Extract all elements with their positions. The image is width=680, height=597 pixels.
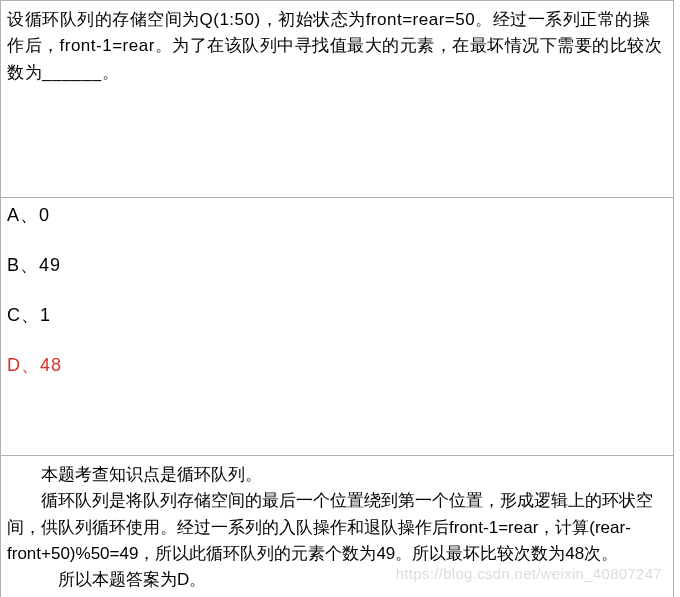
options-panel: A、0 B、49 C、1 D、48 bbox=[0, 198, 674, 456]
option-b: B、49 bbox=[7, 252, 665, 280]
question-panel: 设循环队列的存储空间为Q(1:50)，初始状态为front=rear=50。经过… bbox=[0, 0, 674, 198]
option-a: A、0 bbox=[7, 198, 665, 230]
option-c: C、1 bbox=[7, 302, 665, 330]
explanation-line-2: 循环队列是将队列存储空间的最后一个位置绕到第一个位置，形成逻辑上的环状空间，供队… bbox=[7, 488, 665, 567]
explanation-line-3: 所以本题答案为D。 bbox=[7, 567, 665, 593]
explanation-panel: 本题考查知识点是循环队列。 循环队列是将队列存储空间的最后一个位置绕到第一个位置… bbox=[0, 456, 674, 597]
explanation-line-2-text: 循环队列是将队列存储空间的最后一个位置绕到第一个位置，形成逻辑上的环状空间，供队… bbox=[7, 491, 653, 563]
explanation-line-1: 本题考查知识点是循环队列。 bbox=[7, 462, 665, 488]
question-text: 设循环队列的存储空间为Q(1:50)，初始状态为front=rear=50。经过… bbox=[7, 7, 665, 86]
option-d: D、48 bbox=[7, 352, 665, 380]
